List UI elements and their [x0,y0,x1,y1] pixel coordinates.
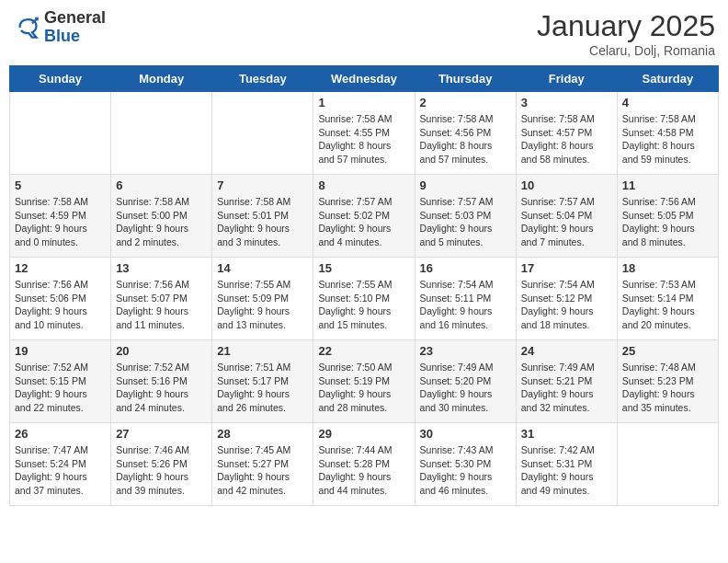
day-number: 27 [116,427,207,441]
day-info: Sunrise: 7:54 AMSunset: 5:11 PMDaylight:… [420,278,511,332]
calendar-cell: 11Sunrise: 7:56 AMSunset: 5:05 PMDayligh… [617,175,718,258]
day-number: 29 [318,427,409,441]
day-info: Sunrise: 7:48 AMSunset: 5:23 PMDaylight:… [622,361,713,415]
calendar-cell: 19Sunrise: 7:52 AMSunset: 5:15 PMDayligh… [10,340,111,423]
calendar-cell: 2Sunrise: 7:58 AMSunset: 4:56 PMDaylight… [415,92,516,175]
calendar-cell: 5Sunrise: 7:58 AMSunset: 4:59 PMDaylight… [10,175,111,258]
day-info: Sunrise: 7:58 AMSunset: 4:59 PMDaylight:… [15,195,106,249]
day-number: 20 [116,344,207,358]
weekday-header-row: SundayMondayTuesdayWednesdayThursdayFrid… [10,66,719,92]
calendar-cell: 4Sunrise: 7:58 AMSunset: 4:58 PMDaylight… [617,92,718,175]
calendar-cell [111,92,212,175]
calendar-cell [617,423,718,506]
calendar-cell: 31Sunrise: 7:42 AMSunset: 5:31 PMDayligh… [516,423,617,506]
day-number: 9 [420,178,511,192]
day-number: 4 [622,96,713,109]
calendar-cell: 17Sunrise: 7:54 AMSunset: 5:12 PMDayligh… [516,258,617,340]
logo-icon [13,14,40,41]
day-number: 13 [116,261,207,275]
day-number: 31 [521,427,612,441]
calendar-cell: 30Sunrise: 7:43 AMSunset: 5:30 PMDayligh… [415,423,516,506]
day-info: Sunrise: 7:58 AMSunset: 4:55 PMDaylight:… [318,112,409,167]
week-row-2: 5Sunrise: 7:58 AMSunset: 4:59 PMDaylight… [10,175,719,258]
day-number: 24 [521,344,612,358]
calendar-cell: 10Sunrise: 7:57 AMSunset: 5:04 PMDayligh… [516,175,617,258]
day-number: 26 [15,427,106,441]
day-info: Sunrise: 7:51 AMSunset: 5:17 PMDaylight:… [217,361,308,415]
day-info: Sunrise: 7:55 AMSunset: 5:09 PMDaylight:… [217,278,308,332]
week-row-5: 26Sunrise: 7:47 AMSunset: 5:24 PMDayligh… [10,423,719,506]
day-info: Sunrise: 7:43 AMSunset: 5:30 PMDaylight:… [420,443,511,498]
day-number: 1 [318,96,409,109]
day-number: 30 [420,427,511,441]
day-number: 14 [217,261,308,275]
calendar-cell: 13Sunrise: 7:56 AMSunset: 5:07 PMDayligh… [111,258,212,340]
weekday-header-thursday: Thursday [415,66,516,92]
day-number: 6 [116,178,207,192]
day-number: 3 [521,96,612,109]
weekday-header-saturday: Saturday [617,66,718,92]
weekday-header-sunday: Sunday [10,66,111,92]
day-info: Sunrise: 7:56 AMSunset: 5:07 PMDaylight:… [116,278,207,332]
weekday-header-wednesday: Wednesday [313,66,415,92]
day-number: 5 [15,178,106,192]
day-info: Sunrise: 7:56 AMSunset: 5:05 PMDaylight:… [622,195,713,249]
day-number: 19 [15,344,106,358]
location-subtitle: Celaru, Dolj, Romania [537,43,715,58]
calendar-cell: 3Sunrise: 7:58 AMSunset: 4:57 PMDaylight… [516,92,617,175]
week-row-3: 12Sunrise: 7:56 AMSunset: 5:06 PMDayligh… [10,258,719,340]
day-info: Sunrise: 7:46 AMSunset: 5:26 PMDaylight:… [116,443,207,498]
logo-text: General Blue [44,9,106,46]
calendar-cell: 1Sunrise: 7:58 AMSunset: 4:55 PMDaylight… [313,92,415,175]
calendar-cell: 15Sunrise: 7:55 AMSunset: 5:10 PMDayligh… [313,258,415,340]
day-number: 28 [217,427,308,441]
day-info: Sunrise: 7:57 AMSunset: 5:04 PMDaylight:… [521,195,612,249]
week-row-4: 19Sunrise: 7:52 AMSunset: 5:15 PMDayligh… [10,340,719,423]
day-info: Sunrise: 7:49 AMSunset: 5:21 PMDaylight:… [521,361,612,415]
day-info: Sunrise: 7:57 AMSunset: 5:03 PMDaylight:… [420,195,511,249]
calendar-cell: 27Sunrise: 7:46 AMSunset: 5:26 PMDayligh… [111,423,212,506]
calendar-cell: 12Sunrise: 7:56 AMSunset: 5:06 PMDayligh… [10,258,111,340]
calendar-cell: 18Sunrise: 7:53 AMSunset: 5:14 PMDayligh… [617,258,718,340]
month-title: January 2025 [537,9,715,43]
day-info: Sunrise: 7:44 AMSunset: 5:28 PMDaylight:… [318,443,409,498]
calendar-table: SundayMondayTuesdayWednesdayThursdayFrid… [9,65,719,506]
day-number: 8 [318,178,409,192]
calendar-body: 1Sunrise: 7:58 AMSunset: 4:55 PMDaylight… [10,92,719,506]
calendar-cell: 24Sunrise: 7:49 AMSunset: 5:21 PMDayligh… [516,340,617,423]
calendar-cell: 16Sunrise: 7:54 AMSunset: 5:11 PMDayligh… [415,258,516,340]
page-header: General Blue January 2025 Celaru, Dolj, … [9,9,719,58]
day-info: Sunrise: 7:57 AMSunset: 5:02 PMDaylight:… [318,195,409,249]
day-number: 15 [318,261,409,275]
calendar-cell: 25Sunrise: 7:48 AMSunset: 5:23 PMDayligh… [617,340,718,423]
calendar-cell: 8Sunrise: 7:57 AMSunset: 5:02 PMDaylight… [313,175,415,258]
day-info: Sunrise: 7:55 AMSunset: 5:10 PMDaylight:… [318,278,409,332]
day-info: Sunrise: 7:47 AMSunset: 5:24 PMDaylight:… [15,443,106,498]
logo: General Blue [13,9,106,46]
calendar-cell: 20Sunrise: 7:52 AMSunset: 5:16 PMDayligh… [111,340,212,423]
day-number: 18 [622,261,713,275]
title-block: January 2025 Celaru, Dolj, Romania [537,9,715,58]
day-info: Sunrise: 7:58 AMSunset: 4:56 PMDaylight:… [420,112,511,167]
day-number: 7 [217,178,308,192]
calendar-cell: 6Sunrise: 7:58 AMSunset: 5:00 PMDaylight… [111,175,212,258]
day-info: Sunrise: 7:53 AMSunset: 5:14 PMDaylight:… [622,278,713,332]
day-info: Sunrise: 7:58 AMSunset: 5:00 PMDaylight:… [116,195,207,249]
day-number: 2 [420,96,511,109]
calendar-cell: 21Sunrise: 7:51 AMSunset: 5:17 PMDayligh… [212,340,313,423]
weekday-header-monday: Monday [111,66,212,92]
day-info: Sunrise: 7:52 AMSunset: 5:15 PMDaylight:… [15,361,106,415]
day-number: 16 [420,261,511,275]
day-number: 11 [622,178,713,192]
day-number: 21 [217,344,308,358]
calendar-cell: 23Sunrise: 7:49 AMSunset: 5:20 PMDayligh… [415,340,516,423]
calendar-cell: 9Sunrise: 7:57 AMSunset: 5:03 PMDaylight… [415,175,516,258]
calendar-cell [212,92,313,175]
weekday-header-friday: Friday [516,66,617,92]
day-number: 17 [521,261,612,275]
calendar-cell: 7Sunrise: 7:58 AMSunset: 5:01 PMDaylight… [212,175,313,258]
calendar-cell [10,92,111,175]
day-info: Sunrise: 7:58 AMSunset: 4:58 PMDaylight:… [622,112,713,167]
day-info: Sunrise: 7:52 AMSunset: 5:16 PMDaylight:… [116,361,207,415]
day-number: 22 [318,344,409,358]
